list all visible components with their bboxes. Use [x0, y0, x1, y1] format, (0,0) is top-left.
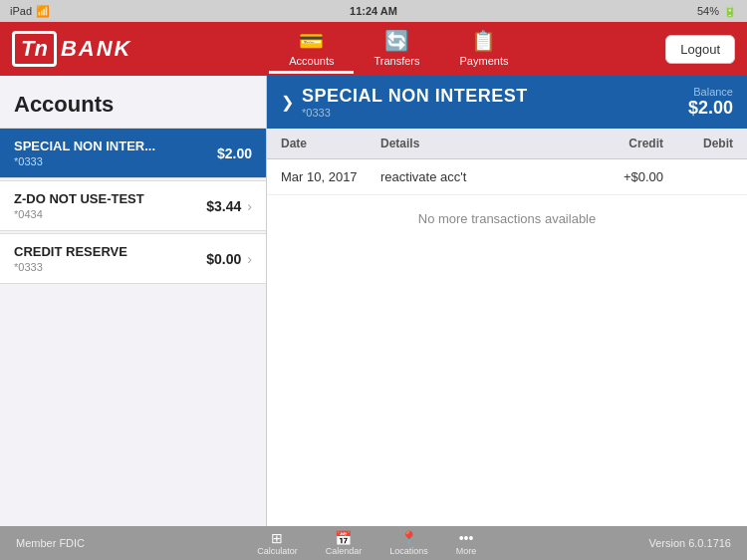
main-layout: Accounts SPECIAL NON INTER... *0333 $2.0… [0, 76, 747, 526]
battery-label: 54% [697, 5, 719, 17]
more-icon: ••• [459, 530, 474, 546]
battery-icon: 🔋 [723, 5, 737, 18]
bottom-tab-calendar[interactable]: 📅 Calendar [312, 530, 376, 556]
content-header-left: ❯ SPECIAL NON INTEREST *0333 [281, 86, 528, 119]
balance-amount: $2.00 [688, 98, 733, 119]
locations-icon: 📍 [400, 530, 417, 546]
content-header: ❯ SPECIAL NON INTEREST *0333 Balance $2.… [267, 76, 747, 129]
account-item-1[interactable]: SPECIAL NON INTER... *0333 $2.00 [0, 128, 266, 178]
account-left-2: Z-DO NOT USE-TEST *0434 [14, 191, 144, 220]
chevron-icon-3: › [247, 251, 252, 267]
accounts-icon: 💳 [299, 29, 324, 53]
status-bar-left: iPad 📶 [10, 5, 50, 18]
calendar-icon: 📅 [335, 530, 352, 546]
bottom-tab-locations[interactable]: 📍 Locations [375, 530, 442, 556]
account-right-2: $3.44 › [206, 198, 252, 214]
calculator-label: Calculator [257, 546, 298, 556]
calendar-label: Calendar [326, 546, 363, 556]
tab-payments[interactable]: 📋 Payments [440, 25, 529, 74]
account-balance-1: $2.00 [217, 145, 252, 161]
logo-bank: BANK [61, 36, 132, 62]
version-label: Version 6.0.1716 [648, 537, 731, 549]
td-credit-0: +$0.00 [574, 169, 663, 184]
transaction-table-body: Mar 10, 2017 reactivate acc't +$0.00 No … [267, 159, 747, 526]
balance-label: Balance [688, 86, 733, 98]
member-fdic: Member FDIC [16, 537, 85, 549]
th-debit: Debit [663, 137, 733, 150]
bottom-tabs: ⊞ Calculator 📅 Calendar 📍 Locations ••• … [243, 530, 490, 556]
account-left-3: CREDIT RESERVE *0333 [14, 244, 127, 273]
status-bar-time: 11:24 AM [350, 5, 397, 17]
calculator-icon: ⊞ [271, 530, 283, 546]
table-row: Mar 10, 2017 reactivate acc't +$0.00 [267, 159, 747, 195]
account-item-3[interactable]: CREDIT RESERVE *0333 $0.00 › [0, 233, 266, 284]
logo: Tn BANK [12, 31, 131, 67]
account-balance-2: $3.44 [206, 198, 241, 214]
logo-tn: Tn [21, 36, 48, 61]
transfers-icon: 🔄 [384, 29, 409, 53]
payments-tab-label: Payments [460, 55, 509, 67]
header: Tn BANK 💳 Accounts 🔄 Transfers 📋 Payment… [0, 22, 747, 76]
bottom-bar: Member FDIC ⊞ Calculator 📅 Calendar 📍 Lo… [0, 526, 747, 560]
table-header: Date Details Credit Debit [267, 129, 747, 159]
account-left-1: SPECIAL NON INTER... *0333 [14, 139, 155, 167]
locations-label: Locations [389, 546, 428, 556]
content-balance-block: Balance $2.00 [688, 86, 733, 119]
th-credit: Credit [574, 137, 663, 150]
account-balance-3: $0.00 [206, 251, 241, 267]
td-date-0: Mar 10, 2017 [281, 169, 380, 184]
device-label: iPad [10, 5, 32, 17]
wifi-icon: 📶 [36, 5, 50, 18]
logo-box: Tn [12, 31, 57, 67]
tab-accounts[interactable]: 💳 Accounts [269, 25, 354, 74]
th-details: Details [380, 137, 574, 150]
nav-tabs: 💳 Accounts 🔄 Transfers 📋 Payments [269, 25, 528, 74]
td-details-0: reactivate acc't [380, 169, 574, 184]
status-bar: iPad 📶 11:24 AM 54% 🔋 [0, 0, 747, 22]
payments-icon: 📋 [471, 29, 496, 53]
status-bar-right: 54% 🔋 [697, 5, 737, 18]
th-date: Date [281, 137, 380, 150]
account-num-1: *0333 [14, 155, 155, 167]
account-name-2: Z-DO NOT USE-TEST [14, 191, 144, 206]
transfers-tab-label: Transfers [374, 55, 419, 67]
account-right-3: $0.00 › [206, 251, 252, 267]
account-num-2: *0434 [14, 208, 144, 220]
account-num-3: *0333 [14, 261, 127, 273]
accounts-tab-label: Accounts [289, 55, 334, 67]
content-account-title: SPECIAL NON INTEREST [302, 86, 528, 107]
more-label: More [456, 546, 477, 556]
account-right-1: $2.00 [217, 145, 252, 161]
content-acct-num: *0333 [302, 107, 528, 119]
chevron-icon-2: › [247, 198, 252, 214]
bottom-tab-more[interactable]: ••• More [442, 530, 491, 556]
account-name-1: SPECIAL NON INTER... [14, 139, 155, 153]
bottom-tab-calculator[interactable]: ⊞ Calculator [243, 530, 312, 556]
content-title-block: SPECIAL NON INTEREST *0333 [302, 86, 528, 119]
account-item-2[interactable]: Z-DO NOT USE-TEST *0434 $3.44 › [0, 180, 266, 231]
sidebar-title: Accounts [0, 76, 266, 128]
tab-transfers[interactable]: 🔄 Transfers [354, 25, 439, 74]
account-name-3: CREDIT RESERVE [14, 244, 127, 259]
content-panel: ❯ SPECIAL NON INTEREST *0333 Balance $2.… [267, 76, 747, 526]
sidebar: Accounts SPECIAL NON INTER... *0333 $2.0… [0, 76, 267, 526]
no-more-transactions: No more transactions available [267, 195, 747, 242]
logout-button[interactable]: Logout [665, 35, 735, 64]
content-chevron-icon: ❯ [281, 93, 294, 112]
